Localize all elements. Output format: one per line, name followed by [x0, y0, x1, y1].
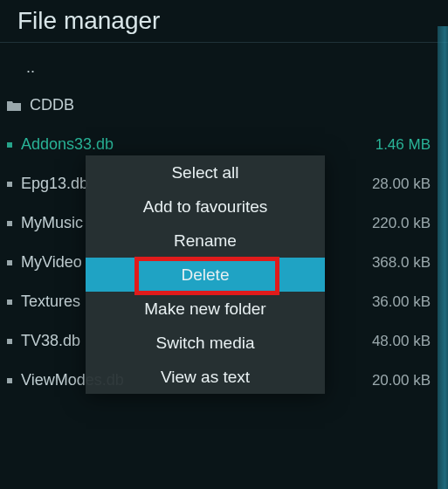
- menu-item-label: Rename: [174, 231, 237, 251]
- menu-item-label: Add to favourites: [143, 197, 268, 217]
- menu-item-rename[interactable]: Rename: [86, 224, 325, 258]
- page-title: File manager: [17, 7, 431, 35]
- file-bullet-icon: [7, 339, 12, 344]
- menu-item-select-all[interactable]: Select all: [86, 155, 325, 189]
- parent-dir-label: ..: [26, 59, 35, 76]
- menu-item-label: Delete: [182, 265, 230, 285]
- file-bullet-icon: [7, 182, 12, 187]
- file-size: 28.00 kB: [372, 176, 431, 193]
- right-accent-bar: [438, 26, 448, 489]
- file-size: 20.00 kB: [372, 372, 431, 389]
- menu-item-view-as-text[interactable]: View as text: [86, 360, 325, 394]
- file-size: 220.0 kB: [372, 215, 431, 232]
- menu-item-label: Select all: [171, 163, 238, 183]
- file-row-folder[interactable]: CDDB: [0, 86, 448, 125]
- file-bullet-icon: [7, 142, 12, 148]
- menu-item-label: Make new folder: [144, 300, 265, 319]
- menu-item-switch-media[interactable]: Switch media: [86, 326, 325, 360]
- menu-item-label: Switch media: [156, 334, 255, 353]
- file-size: 36.00 kB: [372, 293, 431, 311]
- menu-item-label: View as text: [161, 368, 250, 387]
- parent-dir-row[interactable]: ..: [0, 48, 448, 86]
- folder-icon: [7, 100, 21, 111]
- header: File manager: [0, 0, 448, 43]
- file-size: 48.00 kB: [372, 333, 431, 350]
- file-bullet-icon: [7, 260, 12, 265]
- file-name: CDDB: [30, 96, 422, 114]
- file-name: Addons33.db: [21, 135, 367, 154]
- file-bullet-icon: [7, 221, 12, 226]
- menu-item-make-folder[interactable]: Make new folder: [86, 292, 325, 326]
- menu-item-add-favourites[interactable]: Add to favourites: [86, 189, 325, 224]
- file-size: 1.46 MB: [376, 136, 431, 154]
- menu-item-delete[interactable]: Delete: [86, 258, 325, 292]
- file-size: 368.0 kB: [372, 254, 431, 272]
- file-bullet-icon: [7, 300, 12, 305]
- file-bullet-icon: [7, 378, 12, 383]
- context-menu: Select all Add to favourites Rename Dele…: [86, 155, 325, 394]
